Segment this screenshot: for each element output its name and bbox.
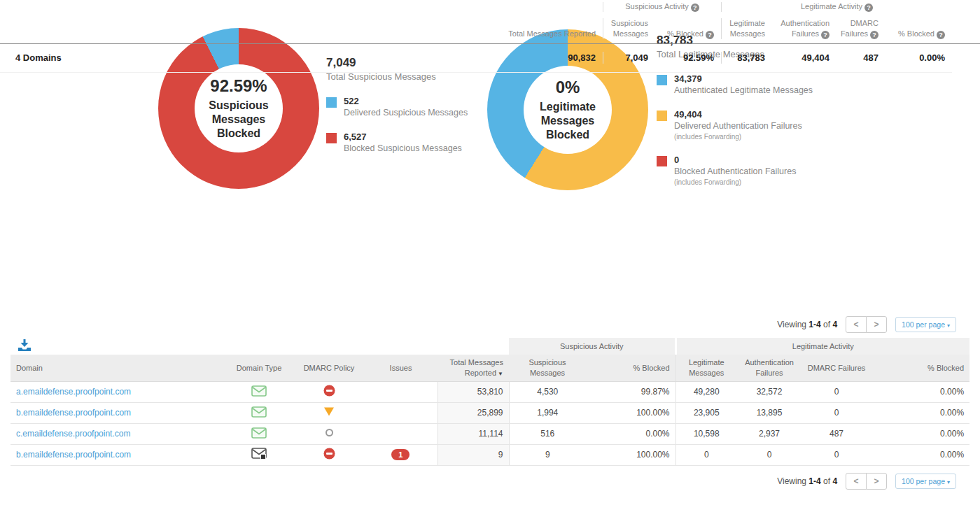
col-header-pct-blocked-suspicious[interactable]: % Blocked: [586, 355, 676, 381]
summary-divider: [0, 43, 980, 44]
help-icon[interactable]: ?: [691, 3, 699, 12]
col-header-auth-failures[interactable]: Authentication Failures: [737, 355, 802, 381]
chevron-down-icon: ▾: [947, 322, 950, 329]
envelope-icon: [251, 427, 267, 439]
sort-desc-icon: ▼: [498, 371, 503, 377]
next-page-button[interactable]: >: [866, 473, 887, 490]
help-icon[interactable]: ?: [937, 31, 945, 39]
col-header-suspicious-messages[interactable]: Suspicious Messages: [509, 355, 586, 381]
col-header-domain[interactable]: Domain: [10, 355, 224, 381]
bottom-pagination: Viewing 1-4 of 4 < > 100 per page▾: [777, 473, 956, 490]
per-page-select[interactable]: 100 per page▾: [895, 474, 956, 489]
help-icon[interactable]: ?: [821, 31, 830, 39]
summary-col-suspicious-messages: Suspicious Messages: [603, 18, 655, 39]
help-icon[interactable]: ?: [870, 31, 878, 39]
table-row: c.emaildefense.proofpoint.com 11,114 516…: [10, 423, 969, 444]
domain-link[interactable]: b.emaildefense.proofpoint.com: [16, 408, 131, 418]
summary-group-suspicious: Suspicious Activity?: [603, 2, 721, 12]
table-row: a.emaildefense.proofpoint.com 53,810 4,5…: [10, 381, 969, 402]
summary-col-dmarc-failures: DMARC Failures?: [836, 18, 886, 39]
table-group-suspicious-activity: Suspicious Activity: [509, 338, 676, 355]
legitimate-donut-center: 0% Legitimate Messages Blocked: [524, 66, 612, 154]
domains-count-label: 4 Domains: [0, 52, 495, 63]
col-header-total-messages-sorted[interactable]: Total Messages Reported▼: [438, 355, 509, 381]
blue-swatch-icon: [657, 75, 667, 85]
viewing-text: Viewing 1-4 of 4: [777, 476, 837, 486]
next-page-button[interactable]: >: [866, 316, 887, 333]
envelope-icon: [251, 385, 267, 397]
legend-item-delivered-auth-failures: 49,404 Delivered Authentication Failures…: [657, 109, 839, 141]
viewing-text: Viewing 1-4 of 4: [777, 320, 837, 329]
col-header-issues[interactable]: Issues: [364, 355, 438, 381]
red-swatch-icon: [326, 133, 337, 143]
table-group-legitimate-activity: Legitimate Activity: [676, 338, 969, 355]
none-icon: [326, 429, 333, 436]
legend-item-delivered-suspicious: 522 Delivered Suspicious Messages: [326, 96, 487, 118]
reject-icon: [323, 385, 335, 397]
summary-col-auth-failures: Authentication Failures?: [772, 18, 836, 39]
suspicious-blocked-pct: 92.59%: [210, 76, 267, 96]
legend-item-blocked-auth-failures: 0 Blocked Authentication Failures (inclu…: [657, 155, 839, 186]
red-swatch-icon: [657, 156, 667, 166]
domains-table: Suspicious Activity Legitimate Activity …: [10, 338, 969, 466]
col-header-pct-blocked-legitimate[interactable]: % Blocked: [872, 355, 969, 381]
summary-data-row: 4 Domains 90,832 7,049 92.59% 83,783 49,…: [0, 43, 952, 73]
domain-link[interactable]: c.emaildefense.proofpoint.com: [16, 429, 130, 439]
per-page-select[interactable]: 100 per page▾: [895, 317, 956, 332]
help-icon[interactable]: ?: [706, 31, 714, 39]
help-icon[interactable]: ?: [864, 3, 873, 12]
domain-link[interactable]: a.emaildefense.proofpoint.com: [16, 387, 131, 397]
envelope-icon: [251, 406, 267, 418]
prev-page-button[interactable]: <: [846, 316, 867, 333]
col-header-dmarc-policy[interactable]: DMARC Policy: [294, 355, 364, 381]
chevron-down-icon: ▾: [947, 479, 950, 485]
reject-icon: [323, 448, 335, 460]
top-pagination: Viewing 1-4 of 4 < > 100 per page▾: [777, 316, 956, 333]
col-header-dmarc-failures[interactable]: DMARC Failures: [802, 355, 872, 381]
summary-col-pct-blocked-suspicious: % Blocked?: [655, 29, 721, 39]
summary-table: Suspicious Activity? Legitimate Activity…: [0, 0, 980, 74]
yellow-swatch-icon: [657, 111, 667, 121]
prev-page-button[interactable]: <: [846, 473, 867, 490]
legend-item-blocked-suspicious: 6,527 Blocked Suspicious Messages: [326, 131, 487, 153]
summary-col-pct-blocked-legitimate: % Blocked?: [886, 29, 952, 39]
suspicious-donut-center: 92.59% Suspicious Messages Blocked: [195, 64, 283, 152]
summary-col-legitimate-messages: Legitimate Messages: [721, 18, 772, 39]
col-header-legitimate-messages[interactable]: Legitimate Messages: [676, 355, 737, 381]
summary-group-legitimate: Legitimate Activity?: [721, 2, 952, 12]
blue-swatch-icon: [326, 97, 337, 108]
table-row: b.emaildefense.proofpoint.com 1 9 9 100.…: [10, 444, 969, 465]
summary-col-total-messages: Total Messages Reported: [495, 29, 603, 39]
domain-link[interactable]: b.emaildefense.proofpoint.com: [16, 450, 131, 460]
legitimate-blocked-pct: 0%: [556, 78, 580, 97]
col-header-domain-type[interactable]: Domain Type: [224, 355, 294, 381]
quarantine-icon: [323, 406, 335, 417]
issues-badge[interactable]: 1: [391, 449, 410, 460]
table-row: b.emaildefense.proofpoint.com 25,899 1,9…: [10, 402, 969, 423]
envelope-parked-icon: [251, 448, 267, 460]
legend-item-authenticated-legit: 34,379 Authenticated Legitimate Messages: [657, 73, 839, 95]
